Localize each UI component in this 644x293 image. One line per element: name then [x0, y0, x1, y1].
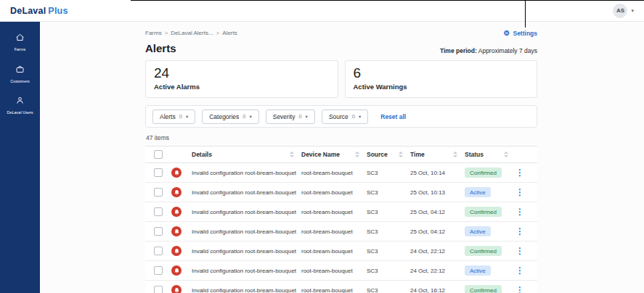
sidebar-item-farms[interactable]: Farms — [0, 32, 40, 52]
time-period-value: Approximately 7 days — [478, 47, 537, 54]
alert-time: 24 Oct, 22:12 — [410, 248, 465, 255]
table-header: Details Device Name Source Time Status — [145, 146, 537, 163]
sort-icon[interactable] — [355, 152, 359, 157]
active-alarms-card: 24 Active Alarms — [145, 60, 338, 98]
sidebar-item-label: Farms — [15, 47, 26, 52]
filter-count: 0 — [298, 113, 301, 120]
alert-time: 24 Oct, 16:12 — [410, 287, 465, 293]
filter-bar: Alerts 0 ▾ Categories 0 ▾ Severity 0 ▾ S… — [145, 105, 537, 128]
sidebar-item-customers[interactable]: Customers — [0, 64, 40, 84]
row-menu-icon[interactable]: ⋮ — [515, 168, 524, 177]
device-name: root-bream-bouquet — [301, 268, 367, 274]
alert-details: Invalid configuration root-bream-bouquet — [192, 248, 301, 255]
column-header-details[interactable]: Details — [192, 151, 301, 158]
device-name: root-bream-bouquet — [301, 287, 367, 293]
farms-icon — [15, 32, 25, 45]
alert-details: Invalid configuration root-bream-bouquet — [192, 189, 301, 196]
filter-label: Alerts — [160, 113, 176, 120]
alert-details: Invalid configuration root-bream-bouquet — [192, 170, 301, 176]
alarm-icon — [171, 168, 182, 178]
table-row: Invalid configuration root-bream-bouquet… — [145, 163, 537, 183]
filter-count: 0 — [179, 113, 182, 120]
breadcrumb-item-delaval-alerts[interactable]: DeLaval Alerts... — [162, 30, 213, 36]
alert-time: 25 Oct, 10:13 — [410, 189, 465, 196]
table-row: Invalid configuration root-bream-bouquet… — [145, 281, 537, 293]
alert-source: SC3 — [367, 189, 410, 196]
sort-icon[interactable] — [504, 152, 508, 157]
chevron-down-icon: ▾ — [186, 114, 188, 120]
alarm-icon — [171, 246, 182, 256]
status-badge: Confirmed — [465, 246, 502, 256]
filter-alerts-dropdown[interactable]: Alerts 0 ▾ — [152, 110, 195, 124]
alert-source: SC3 — [367, 170, 410, 176]
row-menu-icon[interactable]: ⋮ — [515, 227, 524, 236]
delaval-users-icon — [15, 95, 25, 108]
breadcrumb-item-alerts[interactable]: Alerts — [213, 30, 237, 36]
row-checkbox[interactable] — [154, 266, 163, 275]
row-menu-icon[interactable]: ⋮ — [515, 247, 524, 255]
row-checkbox[interactable] — [154, 227, 163, 236]
app-logo: DeLavalPlus — [10, 6, 68, 16]
sort-icon[interactable] — [399, 152, 403, 157]
active-warnings-value: 6 — [354, 66, 529, 81]
page-title: Alerts — [145, 42, 176, 54]
status-badge: Active — [465, 226, 491, 236]
logo-primary: DeLaval — [10, 6, 46, 16]
sidebar-item-delaval-users[interactable]: DeLaval Users — [0, 95, 40, 115]
annotation-pointer-line — [525, 0, 526, 28]
alerts-table-body: Invalid configuration root-bream-bouquet… — [145, 163, 537, 293]
content: Farms DeLaval Alerts... Alerts ⚙ Setting… — [145, 22, 537, 293]
settings-link[interactable]: ⚙ Settings — [504, 30, 538, 37]
breadcrumb-item-farms[interactable]: Farms — [145, 30, 162, 36]
sidebar: Farms Customers DeLaval Users — [0, 22, 40, 293]
alert-time: 25 Oct, 10:14 — [410, 170, 465, 176]
customers-icon — [15, 64, 25, 77]
alert-details: Invalid configuration root-bream-bouquet — [192, 287, 301, 293]
chevron-down-icon: ▾ — [631, 8, 634, 14]
table-row: Invalid configuration root-bream-bouquet… — [145, 261, 537, 281]
items-count: 47 items — [146, 134, 537, 142]
select-all-checkbox[interactable] — [154, 150, 163, 159]
device-name: root-bream-bouquet — [301, 209, 367, 215]
row-checkbox[interactable] — [154, 207, 163, 216]
row-menu-icon[interactable]: ⋮ — [515, 266, 524, 275]
filter-label: Categories — [209, 113, 239, 120]
sort-icon[interactable] — [453, 152, 457, 157]
alarm-icon — [171, 265, 182, 276]
reset-all-link[interactable]: Reset all — [380, 113, 406, 120]
alert-source: SC3 — [367, 228, 410, 235]
alert-source: SC3 — [367, 268, 410, 274]
chevron-down-icon: ▾ — [306, 114, 308, 120]
column-header-device-name[interactable]: Device Name — [301, 151, 367, 158]
device-name: root-bream-bouquet — [301, 170, 367, 176]
alarm-icon — [171, 207, 182, 217]
gear-icon: ⚙ — [504, 30, 510, 37]
column-header-source[interactable]: Source — [367, 151, 410, 158]
active-alarms-value: 24 — [154, 66, 330, 81]
filter-severity-dropdown[interactable]: Severity 0 ▾ — [266, 110, 315, 124]
alarm-icon — [171, 187, 182, 197]
alert-details: Invalid configuration root-bream-bouquet — [192, 228, 301, 235]
row-checkbox[interactable] — [154, 286, 163, 293]
sidebar-item-label: DeLaval Users — [7, 110, 33, 115]
row-checkbox[interactable] — [154, 188, 163, 197]
row-menu-icon[interactable]: ⋮ — [515, 286, 524, 293]
filter-categories-dropdown[interactable]: Categories 0 ▾ — [202, 110, 259, 124]
sort-icon[interactable] — [290, 152, 294, 157]
column-header-status[interactable]: Status — [465, 151, 515, 158]
user-menu[interactable]: AS ▾ — [613, 4, 634, 18]
logo-secondary: Plus — [48, 6, 68, 16]
alert-details: Invalid configuration root-bream-bouquet — [192, 268, 301, 274]
device-name: root-bream-bouquet — [301, 189, 367, 196]
table-row: Invalid configuration root-bream-bouquet… — [145, 202, 537, 222]
avatar[interactable]: AS — [613, 4, 627, 18]
table-row: Invalid configuration root-bream-bouquet… — [145, 183, 537, 202]
row-menu-icon[interactable]: ⋮ — [515, 188, 524, 197]
row-checkbox[interactable] — [154, 168, 163, 177]
filter-source-dropdown[interactable]: Source 0 ▾ — [322, 110, 368, 124]
column-header-time[interactable]: Time — [410, 151, 465, 158]
row-checkbox[interactable] — [154, 247, 163, 255]
device-name: root-bream-bouquet — [301, 228, 367, 235]
row-menu-icon[interactable]: ⋮ — [515, 207, 524, 216]
device-name: root-bream-bouquet — [301, 248, 367, 255]
